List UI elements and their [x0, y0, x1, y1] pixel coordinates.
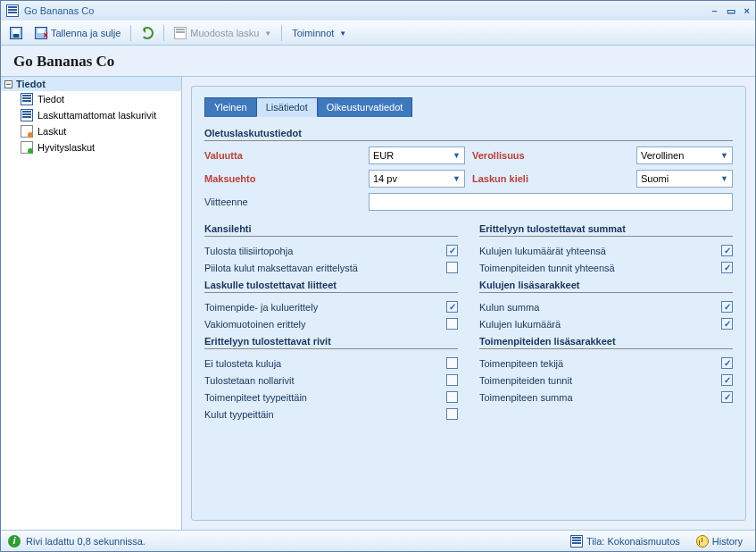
document-icon	[21, 109, 33, 121]
chevron-down-icon: ▼	[339, 29, 346, 38]
tab-lisatiedot[interactable]: Lisätiedot	[256, 97, 318, 117]
status-text: Rivi ladattu 0,8 sekunnissa.	[26, 536, 145, 547]
statusbar: i Rivi ladattu 0,8 sekunnissa. Tila: Kok…	[1, 530, 755, 551]
section-summat: Erittelyyn tulostettavat summat	[479, 223, 733, 237]
header: Go Bananas Co	[1, 46, 755, 76]
refresh-icon	[141, 27, 154, 39]
tax-select[interactable]: Verollinen▼	[636, 146, 733, 164]
currency-label: Valuutta	[204, 150, 361, 161]
chk-vakiomuotoinen[interactable]	[446, 318, 458, 330]
reference-input[interactable]	[369, 193, 733, 211]
section-billing: Oletuslaskutustiedot	[204, 128, 733, 141]
tax-label: Verollisuus	[472, 150, 629, 161]
section-rivit: Erittelyyn tulostettavat rivit	[204, 336, 458, 349]
chk-tilisiirtopohja[interactable]	[446, 245, 458, 256]
save-close-icon	[35, 27, 47, 39]
tree-item-tiedot[interactable]: Tiedot	[1, 91, 181, 107]
window-title: Go Bananas Co	[24, 5, 94, 16]
titlebar: Go Bananas Co – ▭ ×	[1, 1, 755, 21]
tab-oikeusturvatiedot[interactable]: Oikeusturvatiedot	[317, 97, 413, 117]
reference-label: Viitteenne	[204, 197, 361, 207]
chk-toimenpide-kuluerittely[interactable]	[446, 301, 458, 313]
section-kulujen-sarakkeet: Kulujen lisäsarakkeet	[479, 280, 733, 293]
currency-select[interactable]: EUR▼	[369, 146, 465, 164]
chk-tekija[interactable]	[721, 357, 733, 369]
save-close-button[interactable]: Tallenna ja sulje	[29, 24, 126, 42]
make-invoice-button: Muodosta lasku▼	[169, 24, 277, 42]
tabs: Yleinen Lisätiedot Oikeusturvatiedot	[204, 97, 733, 117]
chk-toimenpiteen-summa[interactable]	[721, 391, 733, 403]
toolbar: Tallenna ja sulje Muodosta lasku▼ Toimin…	[1, 21, 755, 46]
chk-piilota-kulut[interactable]	[446, 262, 458, 273]
maximize-button[interactable]: ▭	[727, 5, 735, 17]
app-window: Go Bananas Co – ▭ × Tallenna ja sulje Mu…	[0, 0, 756, 552]
save-button[interactable]	[4, 24, 28, 42]
lang-select[interactable]: Suomi▼	[636, 170, 733, 188]
hyvityslaskut-icon	[21, 141, 33, 154]
save-icon	[10, 27, 22, 39]
chk-kulut-tyypeittain[interactable]	[446, 408, 458, 420]
laskut-icon	[21, 125, 33, 138]
info-icon: i	[8, 535, 21, 548]
chevron-down-icon: ▼	[720, 174, 728, 183]
collapse-icon[interactable]: −	[4, 80, 12, 88]
chk-kulun-summa[interactable]	[721, 301, 733, 313]
tree-item-laskut[interactable]: Laskut	[1, 123, 181, 139]
chevron-down-icon: ▼	[453, 174, 461, 183]
chk-tunnit-yhteensa[interactable]	[721, 262, 733, 273]
chk-kulujen-lukumaara[interactable]	[721, 318, 733, 330]
refresh-button[interactable]	[136, 24, 159, 42]
status-mode[interactable]: Tila: Kokonaismuutos	[565, 533, 685, 549]
section-liitteet: Laskulle tulostettavat liitteet	[204, 280, 458, 293]
terms-label: Maksuehto	[204, 173, 361, 184]
chk-toimenpiteet-tyypeittain[interactable]	[446, 391, 458, 403]
chevron-down-icon: ▼	[720, 151, 728, 160]
status-icon	[570, 535, 583, 548]
tree-item-laskurivit[interactable]: Laskuttamattomat laskurivit	[1, 107, 181, 123]
chevron-down-icon: ▼	[264, 29, 271, 38]
lang-label: Laskun kieli	[472, 173, 629, 184]
chevron-down-icon: ▼	[453, 151, 461, 160]
company-title: Go Bananas Co	[13, 53, 743, 71]
tree-root[interactable]: − Tiedot	[1, 77, 181, 91]
close-button[interactable]: ×	[744, 5, 750, 17]
actions-button[interactable]: Toiminnot▼	[287, 25, 352, 41]
invoice-icon	[174, 27, 187, 39]
main-panel: Yleinen Lisätiedot Oikeusturvatiedot Ole…	[191, 86, 746, 521]
nav-tree: − Tiedot Tiedot Laskuttamattomat laskuri…	[1, 77, 182, 530]
section-kansilehti: Kansilehti	[204, 223, 458, 237]
chk-ei-kuluja[interactable]	[446, 357, 458, 369]
chk-kulujen-lukumaarat[interactable]	[721, 245, 733, 256]
tree-item-hyvityslaskut[interactable]: Hyvityslaskut	[1, 139, 181, 155]
history-button[interactable]: History	[691, 533, 748, 549]
tab-yleinen[interactable]: Yleinen	[204, 97, 257, 117]
section-toimenpide-sarakkeet: Toimenpiteiden lisäsarakkeet	[479, 336, 733, 349]
app-icon	[6, 4, 19, 17]
history-icon	[696, 535, 709, 548]
document-icon	[21, 93, 33, 105]
chk-tunnit[interactable]	[721, 374, 733, 386]
terms-select[interactable]: 14 pv▼	[369, 170, 465, 188]
minimize-button[interactable]: –	[711, 5, 717, 17]
chk-nollarivit[interactable]	[446, 374, 458, 386]
